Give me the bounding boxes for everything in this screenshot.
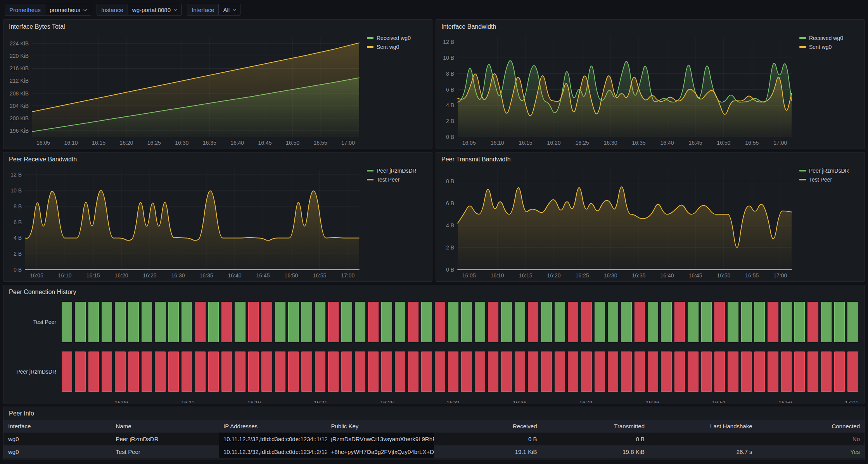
svg-text:16:50: 16:50	[286, 140, 299, 146]
svg-text:17:00: 17:00	[773, 272, 787, 279]
column-header[interactable]: Connected	[757, 420, 865, 433]
variable-value-prometheus[interactable]: prometheus	[45, 4, 91, 16]
state-disconnected-bar	[301, 351, 312, 392]
column-header[interactable]: Name	[111, 420, 219, 433]
chart-canvas[interactable]: 0 B2 B4 B6 B8 B10 B12 B16:0516:1016:1516…	[438, 32, 795, 148]
state-disconnected-bar	[195, 351, 205, 392]
svg-text:16:40: 16:40	[660, 272, 674, 279]
svg-text:16:50: 16:50	[717, 272, 730, 279]
panel-title[interactable]: Interface Bandwidth	[436, 20, 865, 32]
chart-canvas[interactable]: 0 B2 B4 B6 B8 B10 B12 B16:0516:1016:1516…	[6, 164, 363, 280]
svg-text:16:50: 16:50	[717, 140, 730, 146]
column-header[interactable]: Interface	[3, 420, 111, 433]
legend-item-sent-wg0[interactable]: Sent wg0	[799, 44, 861, 50]
state-disconnected-bar	[568, 302, 578, 342]
svg-text:16:20: 16:20	[119, 140, 133, 146]
state-connected-bar	[515, 302, 525, 342]
timeline-row-label: Peer jRzmDsDR	[7, 351, 62, 392]
table-cell: No	[757, 433, 865, 445]
variable-value-instance[interactable]: wg-portal:8080	[128, 4, 182, 16]
state-disconnected-bar	[368, 302, 379, 342]
svg-text:16:10: 16:10	[58, 272, 72, 279]
svg-text:4 B: 4 B	[14, 235, 22, 241]
svg-text:16:45: 16:45	[688, 272, 702, 279]
state-connected-bar	[501, 302, 512, 342]
timeline-bars	[62, 351, 858, 392]
svg-text:16:05: 16:05	[36, 140, 50, 146]
state-disconnected-bar	[261, 351, 272, 392]
state-disconnected-bar	[288, 351, 299, 392]
table-body: wg0Peer jRzmDsDR10.11.12.2/32,fdfd:d3ad:…	[3, 433, 865, 458]
state-timeline[interactable]: Test PeerPeer jRzmDsDR16:0616:1116:1616:…	[3, 297, 865, 403]
svg-text:16:40: 16:40	[230, 140, 244, 146]
variable-value-interface[interactable]: All	[219, 4, 240, 16]
peer-info-table: InterfaceNameIP AddressesPublic KeyRecei…	[3, 420, 865, 460]
state-disconnected-bar	[328, 302, 339, 342]
state-connected-bar	[115, 302, 125, 342]
legend-label: Peer jRzmDsDR	[809, 168, 849, 174]
variable-selected-value: All	[223, 7, 230, 13]
column-header[interactable]: Public Key	[327, 420, 434, 433]
state-disconnected-bar	[555, 351, 565, 392]
timeline-axis-label: 16:46	[646, 400, 659, 403]
svg-text:16:35: 16:35	[632, 140, 645, 146]
panel-title[interactable]: Interface Bytes Total	[3, 20, 432, 32]
svg-text:10 B: 10 B	[443, 55, 454, 61]
state-connected-bar	[794, 302, 805, 342]
svg-text:4 B: 4 B	[446, 102, 454, 108]
legend-item-peer-jrzmdsdr[interactable]: Peer jRzmDsDR	[367, 168, 428, 174]
series-color-swatch	[799, 37, 806, 39]
column-header[interactable]: Transmitted	[542, 420, 650, 433]
svg-text:16:55: 16:55	[313, 272, 326, 279]
timeline-axis: 16:0616:1116:1616:2116:2616:3116:3616:41…	[7, 399, 858, 403]
column-header[interactable]: Last Handshake	[649, 420, 757, 433]
svg-text:16:40: 16:40	[660, 140, 674, 146]
table-row: wg0Test Peer10.11.12.3/32,fdfd:d3ad:c0de…	[3, 445, 865, 458]
state-disconnected-bar	[714, 302, 725, 342]
svg-text:6 B: 6 B	[446, 200, 454, 206]
svg-text:208 KiB: 208 KiB	[10, 90, 29, 97]
panel-peer-info: Peer Info InterfaceNameIP AddressesPubli…	[3, 407, 865, 460]
series-color-swatch	[799, 46, 806, 48]
panel-title[interactable]: Peer Connection History	[3, 285, 865, 297]
state-connected-bar	[341, 302, 352, 342]
svg-text:8 B: 8 B	[446, 178, 454, 184]
state-connected-bar	[168, 302, 179, 342]
state-connected-bar	[275, 302, 285, 342]
panel-title[interactable]: Peer Receive Bandwidth	[3, 152, 432, 164]
svg-text:200 KiB: 200 KiB	[10, 115, 29, 121]
state-disconnected-bar	[88, 351, 99, 392]
state-connected-bar	[288, 302, 299, 342]
svg-text:16:55: 16:55	[745, 272, 759, 279]
svg-text:16:05: 16:05	[30, 272, 43, 279]
panel-title[interactable]: Peer Info	[3, 407, 865, 419]
panel-title[interactable]: Peer Transmit Bandwidth	[436, 152, 865, 164]
svg-text:6 B: 6 B	[14, 219, 22, 225]
state-connected-bar	[395, 302, 405, 342]
legend-item-received-wg0[interactable]: Received wg0	[367, 35, 428, 41]
state-disconnected-bar	[102, 351, 112, 392]
state-disconnected-bar	[328, 351, 339, 392]
state-disconnected-bar	[128, 351, 139, 392]
legend-item-peer-jrzmdsdr[interactable]: Peer jRzmDsDR	[799, 168, 861, 174]
state-disconnected-bar	[834, 351, 845, 392]
state-connected-bar	[208, 302, 219, 342]
legend-item-test-peer[interactable]: Test Peer	[799, 177, 861, 183]
chart-canvas[interactable]: 0 B2 B4 B6 B8 B16:0516:1016:1516:2016:25…	[438, 164, 795, 280]
legend-item-test-peer[interactable]: Test Peer	[367, 177, 428, 183]
svg-text:16:10: 16:10	[64, 140, 78, 146]
state-connected-bar	[102, 302, 112, 342]
state-connected-bar	[235, 302, 245, 342]
svg-text:10 B: 10 B	[10, 187, 22, 194]
table-cell: 26.7 s	[649, 445, 757, 458]
state-disconnected-bar	[408, 302, 418, 342]
state-disconnected-bar	[261, 302, 272, 342]
chart-canvas[interactable]: 196 KiB200 KiB204 KiB208 KiB212 KiB216 K…	[6, 32, 363, 148]
state-connected-bar	[301, 302, 312, 342]
state-connected-bar	[834, 302, 845, 342]
column-header[interactable]: Received	[434, 420, 542, 433]
state-disconnected-bar	[688, 351, 698, 392]
legend-item-received-wg0[interactable]: Received wg0	[799, 35, 861, 41]
legend-item-sent-wg0[interactable]: Sent wg0	[367, 44, 428, 50]
column-header[interactable]: IP Addresses	[219, 420, 327, 433]
